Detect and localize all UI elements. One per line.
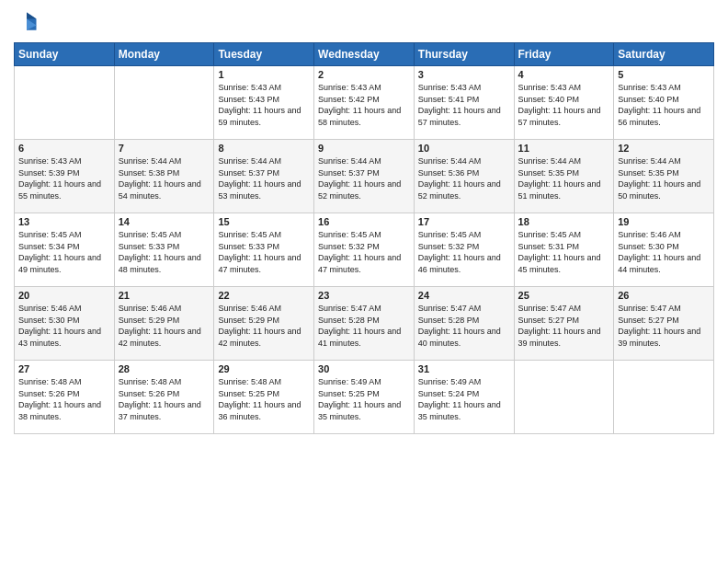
week-row-2: 13Sunrise: 5:45 AM Sunset: 5:34 PM Dayli… — [15, 213, 714, 287]
calendar-cell: 24Sunrise: 5:47 AM Sunset: 5:28 PM Dayli… — [414, 287, 514, 361]
calendar-cell: 15Sunrise: 5:45 AM Sunset: 5:33 PM Dayli… — [214, 213, 314, 287]
calendar-cell: 4Sunrise: 5:43 AM Sunset: 5:40 PM Daylig… — [514, 66, 614, 140]
cell-info: Sunrise: 5:45 AM Sunset: 5:32 PM Dayligh… — [318, 229, 410, 275]
day-number: 30 — [318, 363, 410, 374]
day-number: 26 — [618, 290, 710, 301]
day-number: 10 — [418, 143, 510, 154]
calendar-cell: 27Sunrise: 5:48 AM Sunset: 5:26 PM Dayli… — [15, 361, 115, 434]
calendar-cell: 22Sunrise: 5:46 AM Sunset: 5:29 PM Dayli… — [214, 287, 314, 361]
calendar-cell: 7Sunrise: 5:44 AM Sunset: 5:38 PM Daylig… — [114, 140, 214, 213]
svg-marker-1 — [27, 13, 37, 19]
cell-info: Sunrise: 5:44 AM Sunset: 5:37 PM Dayligh… — [318, 155, 410, 201]
calendar-cell: 21Sunrise: 5:46 AM Sunset: 5:29 PM Dayli… — [114, 287, 214, 361]
calendar-cell: 6Sunrise: 5:43 AM Sunset: 5:39 PM Daylig… — [15, 140, 115, 213]
day-number: 8 — [218, 143, 310, 154]
calendar-cell: 11Sunrise: 5:44 AM Sunset: 5:35 PM Dayli… — [514, 140, 614, 213]
calendar-cell — [614, 361, 714, 434]
calendar-cell: 14Sunrise: 5:45 AM Sunset: 5:33 PM Dayli… — [114, 213, 214, 287]
day-number: 16 — [318, 216, 410, 227]
day-number: 24 — [418, 290, 510, 301]
calendar-cell: 3Sunrise: 5:43 AM Sunset: 5:41 PM Daylig… — [414, 66, 514, 140]
day-number: 28 — [119, 363, 210, 374]
calendar-cell: 19Sunrise: 5:46 AM Sunset: 5:30 PM Dayli… — [614, 213, 714, 287]
cell-info: Sunrise: 5:48 AM Sunset: 5:26 PM Dayligh… — [18, 376, 110, 422]
header-monday: Monday — [114, 43, 214, 66]
cell-info: Sunrise: 5:47 AM Sunset: 5:28 PM Dayligh… — [318, 303, 410, 349]
day-number: 18 — [518, 216, 610, 227]
day-number: 12 — [618, 143, 710, 154]
cell-info: Sunrise: 5:46 AM Sunset: 5:29 PM Dayligh… — [218, 303, 310, 349]
day-number: 1 — [218, 69, 310, 80]
cell-info: Sunrise: 5:43 AM Sunset: 5:41 PM Dayligh… — [418, 82, 510, 128]
day-number: 11 — [518, 143, 610, 154]
day-number: 5 — [618, 69, 710, 80]
cell-info: Sunrise: 5:48 AM Sunset: 5:26 PM Dayligh… — [119, 376, 210, 422]
calendar-cell: 25Sunrise: 5:47 AM Sunset: 5:27 PM Dayli… — [514, 287, 614, 361]
calendar-cell: 18Sunrise: 5:45 AM Sunset: 5:31 PM Dayli… — [514, 213, 614, 287]
cell-info: Sunrise: 5:45 AM Sunset: 5:34 PM Dayligh… — [18, 229, 110, 275]
cell-info: Sunrise: 5:48 AM Sunset: 5:25 PM Dayligh… — [218, 376, 310, 422]
cell-info: Sunrise: 5:43 AM Sunset: 5:40 PM Dayligh… — [518, 82, 610, 128]
calendar-cell — [15, 66, 115, 140]
calendar-cell: 16Sunrise: 5:45 AM Sunset: 5:32 PM Dayli… — [314, 213, 415, 287]
cell-info: Sunrise: 5:47 AM Sunset: 5:27 PM Dayligh… — [518, 303, 610, 349]
cell-info: Sunrise: 5:49 AM Sunset: 5:25 PM Dayligh… — [318, 376, 410, 422]
calendar-cell: 20Sunrise: 5:46 AM Sunset: 5:30 PM Dayli… — [15, 287, 115, 361]
page: SundayMondayTuesdayWednesdayThursdayFrid… — [0, 0, 728, 563]
day-number: 20 — [18, 290, 110, 301]
day-number: 25 — [518, 290, 610, 301]
day-number: 27 — [18, 363, 110, 374]
calendar-cell: 10Sunrise: 5:44 AM Sunset: 5:36 PM Dayli… — [414, 140, 514, 213]
day-number: 2 — [318, 69, 410, 80]
logo — [14, 9, 41, 35]
day-number: 22 — [218, 290, 310, 301]
day-number: 7 — [119, 143, 210, 154]
calendar-cell — [514, 361, 614, 434]
day-number: 4 — [518, 69, 610, 80]
cell-info: Sunrise: 5:43 AM Sunset: 5:42 PM Dayligh… — [318, 82, 410, 128]
day-number: 3 — [418, 69, 510, 80]
week-row-3: 20Sunrise: 5:46 AM Sunset: 5:30 PM Dayli… — [15, 287, 714, 361]
week-row-1: 6Sunrise: 5:43 AM Sunset: 5:39 PM Daylig… — [15, 140, 714, 213]
cell-info: Sunrise: 5:44 AM Sunset: 5:35 PM Dayligh… — [518, 155, 610, 201]
cell-info: Sunrise: 5:47 AM Sunset: 5:27 PM Dayligh… — [618, 303, 710, 349]
day-number: 13 — [18, 216, 110, 227]
cell-info: Sunrise: 5:43 AM Sunset: 5:39 PM Dayligh… — [18, 155, 110, 201]
header — [14, 9, 714, 35]
calendar-cell: 1Sunrise: 5:43 AM Sunset: 5:43 PM Daylig… — [214, 66, 314, 140]
week-row-4: 27Sunrise: 5:48 AM Sunset: 5:26 PM Dayli… — [15, 361, 714, 434]
cell-info: Sunrise: 5:49 AM Sunset: 5:24 PM Dayligh… — [418, 376, 510, 422]
calendar-cell: 8Sunrise: 5:44 AM Sunset: 5:37 PM Daylig… — [214, 140, 314, 213]
week-row-0: 1Sunrise: 5:43 AM Sunset: 5:43 PM Daylig… — [15, 66, 714, 140]
day-number: 29 — [218, 363, 310, 374]
calendar-cell: 2Sunrise: 5:43 AM Sunset: 5:42 PM Daylig… — [314, 66, 415, 140]
cell-info: Sunrise: 5:44 AM Sunset: 5:37 PM Dayligh… — [218, 155, 310, 201]
cell-info: Sunrise: 5:44 AM Sunset: 5:36 PM Dayligh… — [418, 155, 510, 201]
calendar-table: SundayMondayTuesdayWednesdayThursdayFrid… — [14, 42, 714, 434]
calendar-cell: 9Sunrise: 5:44 AM Sunset: 5:37 PM Daylig… — [314, 140, 415, 213]
day-number: 14 — [119, 216, 210, 227]
cell-info: Sunrise: 5:44 AM Sunset: 5:38 PM Dayligh… — [119, 155, 210, 201]
day-number: 15 — [218, 216, 310, 227]
calendar-cell — [114, 66, 214, 140]
header-thursday: Thursday — [414, 43, 514, 66]
day-number: 19 — [618, 216, 710, 227]
cell-info: Sunrise: 5:43 AM Sunset: 5:40 PM Dayligh… — [618, 82, 710, 128]
header-wednesday: Wednesday — [314, 43, 415, 66]
calendar-cell: 29Sunrise: 5:48 AM Sunset: 5:25 PM Dayli… — [214, 361, 314, 434]
calendar-cell: 30Sunrise: 5:49 AM Sunset: 5:25 PM Dayli… — [314, 361, 415, 434]
calendar-cell: 26Sunrise: 5:47 AM Sunset: 5:27 PM Dayli… — [614, 287, 714, 361]
day-number: 21 — [119, 290, 210, 301]
day-number: 17 — [418, 216, 510, 227]
header-sunday: Sunday — [15, 43, 115, 66]
header-friday: Friday — [514, 43, 614, 66]
cell-info: Sunrise: 5:45 AM Sunset: 5:33 PM Dayligh… — [218, 229, 310, 275]
calendar-cell: 28Sunrise: 5:48 AM Sunset: 5:26 PM Dayli… — [114, 361, 214, 434]
calendar-cell: 23Sunrise: 5:47 AM Sunset: 5:28 PM Dayli… — [314, 287, 415, 361]
cell-info: Sunrise: 5:46 AM Sunset: 5:30 PM Dayligh… — [18, 303, 110, 349]
calendar-cell: 5Sunrise: 5:43 AM Sunset: 5:40 PM Daylig… — [614, 66, 714, 140]
cell-info: Sunrise: 5:43 AM Sunset: 5:43 PM Dayligh… — [218, 82, 310, 128]
cell-info: Sunrise: 5:45 AM Sunset: 5:33 PM Dayligh… — [119, 229, 210, 275]
calendar-cell: 13Sunrise: 5:45 AM Sunset: 5:34 PM Dayli… — [15, 213, 115, 287]
day-number: 23 — [318, 290, 410, 301]
